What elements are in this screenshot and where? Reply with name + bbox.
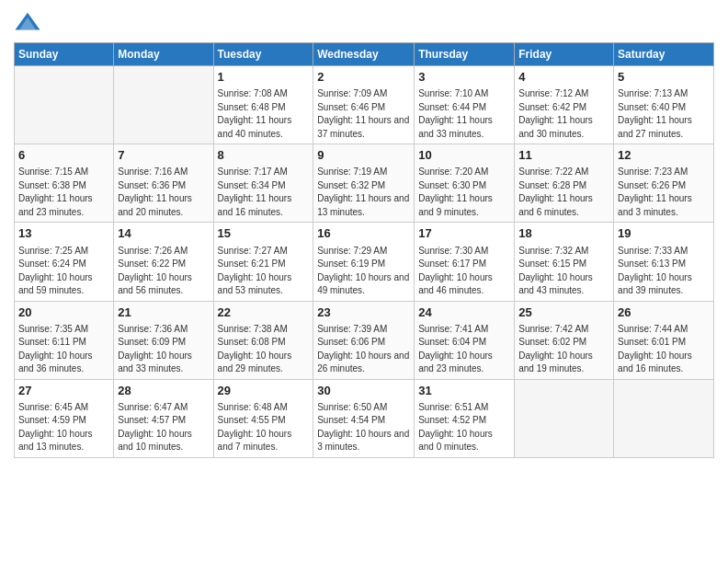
day-number: 18 (518, 225, 609, 242)
day-info: Sunrise: 7:41 AMSunset: 6:04 PMDaylight:… (418, 323, 510, 376)
day-info: Sunrise: 7:36 AMSunset: 6:09 PMDaylight:… (118, 323, 209, 376)
page: SundayMondayTuesdayWednesdayThursdayFrid… (0, 0, 728, 563)
day-info: Sunrise: 7:42 AMSunset: 6:02 PMDaylight:… (518, 323, 609, 376)
day-info: Sunrise: 6:50 AMSunset: 4:54 PMDaylight:… (317, 401, 410, 454)
day-cell: 21Sunrise: 7:36 AMSunset: 6:09 PMDayligh… (114, 301, 213, 379)
day-number: 6 (18, 147, 109, 164)
day-number: 2 (317, 69, 410, 86)
col-header-friday: Friday (515, 43, 614, 66)
day-info: Sunrise: 7:44 AMSunset: 6:01 PMDaylight:… (618, 323, 710, 376)
day-cell: 11Sunrise: 7:22 AMSunset: 6:28 PMDayligh… (515, 144, 614, 223)
day-cell: 16Sunrise: 7:29 AMSunset: 6:19 PMDayligh… (313, 223, 415, 301)
day-cell: 4Sunrise: 7:12 AMSunset: 6:42 PMDaylight… (515, 66, 614, 144)
day-cell: 7Sunrise: 7:16 AMSunset: 6:36 PMDaylight… (114, 144, 213, 223)
day-cell: 28Sunrise: 6:47 AMSunset: 4:57 PMDayligh… (114, 379, 213, 457)
day-info: Sunrise: 7:12 AMSunset: 6:42 PMDaylight:… (518, 87, 609, 141)
day-number: 26 (618, 304, 710, 321)
week-row-3: 13Sunrise: 7:25 AMSunset: 6:24 PMDayligh… (15, 223, 714, 301)
day-number: 30 (317, 383, 410, 399)
day-number: 3 (418, 69, 510, 86)
day-number: 5 (618, 69, 710, 86)
day-cell: 19Sunrise: 7:33 AMSunset: 6:13 PMDayligh… (614, 223, 714, 301)
day-cell: 2Sunrise: 7:09 AMSunset: 6:46 PMDaylight… (313, 66, 415, 144)
day-number: 31 (418, 383, 510, 399)
day-cell: 8Sunrise: 7:17 AMSunset: 6:34 PMDaylight… (213, 144, 313, 223)
day-info: Sunrise: 7:16 AMSunset: 6:36 PMDaylight:… (118, 166, 209, 219)
day-number: 28 (118, 383, 209, 399)
day-cell: 31Sunrise: 6:51 AMSunset: 4:52 PMDayligh… (415, 379, 515, 457)
day-info: Sunrise: 7:25 AMSunset: 6:24 PMDaylight:… (18, 245, 109, 298)
day-info: Sunrise: 6:51 AMSunset: 4:52 PMDaylight:… (418, 401, 510, 454)
day-number: 9 (317, 147, 410, 164)
day-info: Sunrise: 7:27 AMSunset: 6:21 PMDaylight:… (218, 245, 310, 298)
week-row-2: 6Sunrise: 7:15 AMSunset: 6:38 PMDaylight… (15, 144, 714, 223)
day-cell: 3Sunrise: 7:10 AMSunset: 6:44 PMDaylight… (415, 66, 515, 144)
day-cell: 23Sunrise: 7:39 AMSunset: 6:06 PMDayligh… (313, 301, 415, 379)
day-number: 1 (218, 69, 310, 86)
col-header-monday: Monday (114, 43, 213, 66)
day-info: Sunrise: 7:08 AMSunset: 6:48 PMDaylight:… (218, 87, 310, 141)
day-cell: 5Sunrise: 7:13 AMSunset: 6:40 PMDaylight… (614, 66, 714, 144)
day-cell: 26Sunrise: 7:44 AMSunset: 6:01 PMDayligh… (614, 301, 714, 379)
day-cell: 25Sunrise: 7:42 AMSunset: 6:02 PMDayligh… (515, 301, 614, 379)
day-info: Sunrise: 7:22 AMSunset: 6:28 PMDaylight:… (518, 166, 609, 219)
day-number: 11 (518, 147, 609, 164)
day-cell: 14Sunrise: 7:26 AMSunset: 6:22 PMDayligh… (114, 223, 213, 301)
day-number: 4 (518, 69, 609, 86)
day-info: Sunrise: 7:29 AMSunset: 6:19 PMDaylight:… (317, 245, 410, 298)
day-number: 24 (418, 304, 510, 321)
day-number: 22 (218, 304, 310, 321)
logo (14, 9, 45, 37)
day-number: 16 (317, 225, 410, 242)
day-number: 29 (218, 383, 310, 399)
day-cell: 24Sunrise: 7:41 AMSunset: 6:04 PMDayligh… (415, 301, 515, 379)
day-cell (614, 379, 714, 457)
day-info: Sunrise: 7:13 AMSunset: 6:40 PMDaylight:… (618, 87, 710, 141)
day-info: Sunrise: 7:35 AMSunset: 6:11 PMDaylight:… (18, 323, 109, 376)
day-cell: 6Sunrise: 7:15 AMSunset: 6:38 PMDaylight… (15, 144, 114, 223)
logo-icon (14, 9, 41, 37)
header (14, 9, 714, 37)
day-number: 25 (518, 304, 609, 321)
day-info: Sunrise: 7:39 AMSunset: 6:06 PMDaylight:… (317, 323, 410, 376)
day-cell: 13Sunrise: 7:25 AMSunset: 6:24 PMDayligh… (15, 223, 114, 301)
day-cell: 1Sunrise: 7:08 AMSunset: 6:48 PMDaylight… (213, 66, 313, 144)
day-info: Sunrise: 7:26 AMSunset: 6:22 PMDaylight:… (118, 245, 209, 298)
day-cell: 18Sunrise: 7:32 AMSunset: 6:15 PMDayligh… (515, 223, 614, 301)
day-info: Sunrise: 7:15 AMSunset: 6:38 PMDaylight:… (18, 166, 109, 219)
col-header-saturday: Saturday (614, 43, 714, 66)
day-info: Sunrise: 7:17 AMSunset: 6:34 PMDaylight:… (218, 166, 310, 219)
calendar: SundayMondayTuesdayWednesdayThursdayFrid… (14, 42, 714, 458)
day-info: Sunrise: 6:47 AMSunset: 4:57 PMDaylight:… (118, 401, 209, 454)
day-number: 21 (118, 304, 209, 321)
day-info: Sunrise: 7:23 AMSunset: 6:26 PMDaylight:… (618, 166, 710, 219)
day-info: Sunrise: 7:38 AMSunset: 6:08 PMDaylight:… (218, 323, 310, 376)
day-number: 12 (618, 147, 710, 164)
day-number: 14 (118, 225, 209, 242)
day-number: 8 (218, 147, 310, 164)
calendar-header-row: SundayMondayTuesdayWednesdayThursdayFrid… (15, 43, 714, 66)
day-info: Sunrise: 7:30 AMSunset: 6:17 PMDaylight:… (418, 245, 510, 298)
day-cell: 22Sunrise: 7:38 AMSunset: 6:08 PMDayligh… (213, 301, 313, 379)
week-row-1: 1Sunrise: 7:08 AMSunset: 6:48 PMDaylight… (15, 66, 714, 144)
day-number: 27 (18, 383, 109, 399)
day-number: 15 (218, 225, 310, 242)
day-cell: 15Sunrise: 7:27 AMSunset: 6:21 PMDayligh… (213, 223, 313, 301)
day-info: Sunrise: 6:45 AMSunset: 4:59 PMDaylight:… (18, 401, 109, 454)
week-row-5: 27Sunrise: 6:45 AMSunset: 4:59 PMDayligh… (15, 379, 714, 457)
day-number: 10 (418, 147, 510, 164)
day-cell: 30Sunrise: 6:50 AMSunset: 4:54 PMDayligh… (313, 379, 415, 457)
day-info: Sunrise: 6:48 AMSunset: 4:55 PMDaylight:… (218, 401, 310, 454)
day-number: 13 (18, 225, 109, 242)
day-cell (114, 66, 213, 144)
day-cell: 17Sunrise: 7:30 AMSunset: 6:17 PMDayligh… (415, 223, 515, 301)
day-info: Sunrise: 7:09 AMSunset: 6:46 PMDaylight:… (317, 87, 410, 141)
col-header-wednesday: Wednesday (313, 43, 415, 66)
day-info: Sunrise: 7:32 AMSunset: 6:15 PMDaylight:… (518, 245, 609, 298)
day-cell (515, 379, 614, 457)
col-header-sunday: Sunday (15, 43, 114, 66)
col-header-thursday: Thursday (415, 43, 515, 66)
col-header-tuesday: Tuesday (213, 43, 313, 66)
day-info: Sunrise: 7:10 AMSunset: 6:44 PMDaylight:… (418, 87, 510, 141)
day-info: Sunrise: 7:20 AMSunset: 6:30 PMDaylight:… (418, 166, 510, 219)
